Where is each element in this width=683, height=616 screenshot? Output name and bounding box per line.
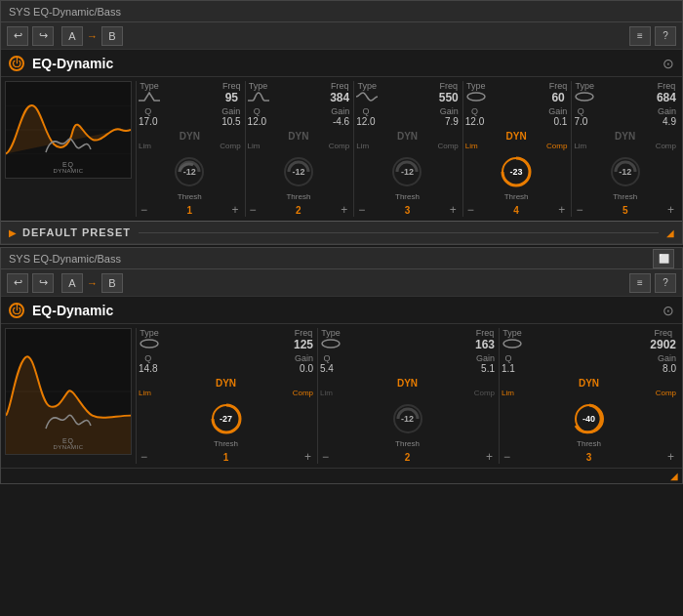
band21-knob[interactable]: -27 xyxy=(209,401,244,436)
band3-type-icon[interactable] xyxy=(356,91,378,103)
band2-plus[interactable]: + xyxy=(339,203,349,217)
svg-point-17 xyxy=(503,340,521,348)
plugin-header-2: ⏻ EQ-Dynamic ⊙ xyxy=(1,297,682,324)
band4-knob[interactable]: -23 xyxy=(499,154,534,189)
clock-icon[interactable]: ⊙ xyxy=(663,56,674,71)
b-button-2[interactable]: B xyxy=(101,273,123,293)
preset-divider: ▶ DEFAULT PRESET ◢ xyxy=(1,221,682,244)
band5-q-val[interactable]: 7.0 xyxy=(574,116,587,127)
band2-type-icon[interactable] xyxy=(248,91,269,103)
band23-q-val[interactable]: 1.1 xyxy=(502,363,515,374)
band5-freq-val[interactable]: 684 xyxy=(657,91,676,104)
band5-dyn-label[interactable]: DYN xyxy=(615,131,635,142)
clock-icon-2[interactable]: ⊙ xyxy=(663,303,674,318)
redo-button[interactable]: ↪ xyxy=(32,26,54,46)
band4-lim-label: Lim xyxy=(465,142,478,150)
a-button-2[interactable]: A xyxy=(61,273,83,293)
redo-button-2[interactable]: ↪ xyxy=(32,273,54,293)
band3-plus[interactable]: + xyxy=(448,203,459,217)
plugin-name: EQ-Dynamic xyxy=(32,56,663,71)
band1-thresh-val: -12 xyxy=(183,167,196,177)
band2-q-val[interactable]: 12.0 xyxy=(248,116,266,127)
triangle-icon: ▶ xyxy=(9,227,17,238)
band4-freq-val[interactable]: 60 xyxy=(551,91,564,104)
band22-dyn-label[interactable]: DYN xyxy=(397,378,418,389)
band21-plus[interactable]: + xyxy=(302,450,313,464)
band22-freq-val[interactable]: 163 xyxy=(475,338,495,351)
help-button-2[interactable]: ? xyxy=(655,273,676,293)
band22-gain-val[interactable]: 5.1 xyxy=(476,363,495,374)
band3-freq-val[interactable]: 550 xyxy=(439,91,459,104)
band1-dyn-label[interactable]: DYN xyxy=(180,131,200,142)
band5-gain-val[interactable]: 4.9 xyxy=(658,116,676,127)
eq-display: EQ DYNAMIC xyxy=(5,81,132,179)
band2-gain-val[interactable]: -4.6 xyxy=(331,116,349,127)
resize-button-2[interactable]: ⬜ xyxy=(653,249,674,268)
menu-button-2[interactable]: ≡ xyxy=(629,273,651,293)
band23-gain-val[interactable]: 8.0 xyxy=(658,363,676,374)
band5-knob[interactable]: -12 xyxy=(608,154,643,189)
band2-dyn-label[interactable]: DYN xyxy=(288,131,308,142)
band3-gain-val[interactable]: 7.9 xyxy=(440,116,459,127)
band4-gain-val[interactable]: 0.1 xyxy=(548,116,567,127)
band21-q-val[interactable]: 14.8 xyxy=(139,363,157,374)
b-button[interactable]: B xyxy=(101,26,123,46)
band23-freq-val[interactable]: 2902 xyxy=(650,338,676,351)
band1-q-val[interactable]: 17.0 xyxy=(139,116,157,127)
plugin-name-2: EQ-Dynamic xyxy=(32,303,663,318)
band2-knob[interactable]: -12 xyxy=(281,154,316,189)
band22-plus[interactable]: + xyxy=(484,450,495,464)
band21-dyn-label[interactable]: DYN xyxy=(216,378,236,389)
undo-button-2[interactable]: ↩ xyxy=(7,273,28,293)
band1-knob[interactable]: -12 xyxy=(172,154,207,189)
band3-footer: − 3 + xyxy=(356,203,459,217)
band4-q-val[interactable]: 12.0 xyxy=(465,116,484,127)
band22-q-val[interactable]: 5.4 xyxy=(320,363,334,374)
undo-button[interactable]: ↩ xyxy=(7,26,28,46)
band3-q-val[interactable]: 12.0 xyxy=(356,116,375,127)
band5-type-icon[interactable] xyxy=(574,91,595,103)
band23-knob[interactable]: -40 xyxy=(572,401,607,436)
band1-type-label: Type xyxy=(140,81,159,91)
band2-minus[interactable]: − xyxy=(248,203,259,217)
band4-dyn-label[interactable]: DYN xyxy=(506,131,527,142)
band4-minus[interactable]: − xyxy=(465,203,476,217)
band21-minus[interactable]: − xyxy=(139,450,149,464)
band23-thresh-label: Thresh xyxy=(577,439,601,448)
band23-minus[interactable]: − xyxy=(502,450,512,464)
band5-footer: − 5 + xyxy=(574,203,676,217)
band5-minus[interactable]: − xyxy=(574,203,584,217)
a-button[interactable]: A xyxy=(61,26,83,46)
band22-minus[interactable]: − xyxy=(320,450,331,464)
band3-minus[interactable]: − xyxy=(356,203,367,217)
band3-dyn-label[interactable]: DYN xyxy=(397,131,418,142)
band1-type-icon[interactable] xyxy=(139,91,160,103)
power-button-2[interactable]: ⏻ xyxy=(9,303,24,318)
band4-type-icon[interactable] xyxy=(465,91,487,103)
help-button[interactable]: ? xyxy=(655,26,676,46)
band23-dyn-label[interactable]: DYN xyxy=(579,378,599,389)
band23-type-icon[interactable] xyxy=(502,338,523,349)
band21-type-icon[interactable] xyxy=(139,338,160,349)
band4-plus[interactable]: + xyxy=(556,203,567,217)
band21-freq-val[interactable]: 125 xyxy=(294,338,313,351)
band23-plus[interactable]: + xyxy=(665,450,676,464)
band3-comp-label: Comp xyxy=(437,142,458,150)
band1-freq-val[interactable]: 95 xyxy=(225,91,238,104)
band1-plus[interactable]: + xyxy=(230,203,241,217)
band1-gain-val[interactable]: 10.5 xyxy=(221,116,240,127)
band5-plus[interactable]: + xyxy=(665,203,676,217)
band-2-2: Type Freq 163 Q 5.4 xyxy=(317,328,497,464)
power-button[interactable]: ⏻ xyxy=(9,56,24,71)
band2-freq-val[interactable]: 384 xyxy=(330,91,349,104)
band22-type-icon[interactable] xyxy=(320,338,342,349)
band22-knob[interactable]: -12 xyxy=(390,401,425,436)
band1-minus[interactable]: − xyxy=(139,203,149,217)
band2-type-label: Type xyxy=(249,81,268,91)
menu-button[interactable]: ≡ xyxy=(629,26,651,46)
band4-num: 4 xyxy=(513,205,519,216)
toolbar-2: ↩ ↪ A → B ≡ ? xyxy=(1,269,682,297)
band21-gain-val[interactable]: 0.0 xyxy=(295,363,313,374)
band3-knob[interactable]: -12 xyxy=(389,154,424,189)
band-5: Type Freq 684 Q 7.0 xyxy=(571,81,678,217)
